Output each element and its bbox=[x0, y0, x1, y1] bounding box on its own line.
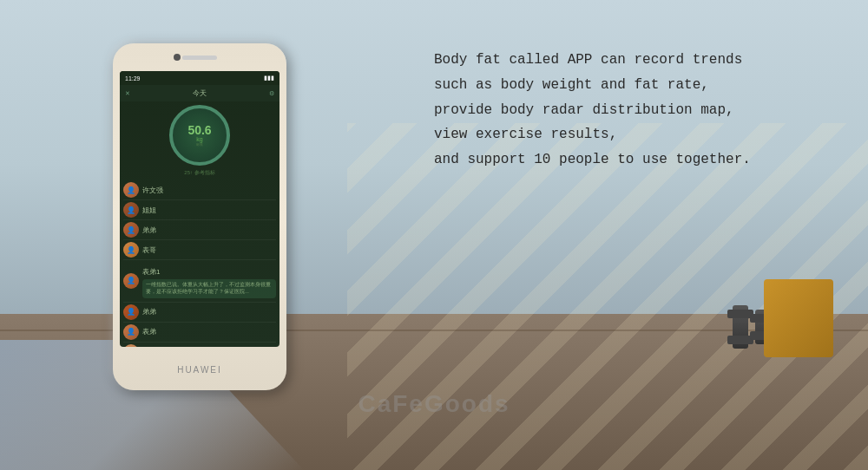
list-item: 👤 表哥 bbox=[123, 240, 276, 260]
user-name: 弟弟 bbox=[142, 225, 276, 235]
list-item: 👤 姐姐 bbox=[123, 200, 276, 220]
list-item: 👤 表弟 bbox=[123, 323, 276, 343]
weight-value: 50.6 bbox=[187, 124, 211, 136]
phone-speaker bbox=[182, 55, 217, 60]
avatar: 👤 bbox=[123, 182, 139, 198]
message-area: 表弟1 一维指数已说。体重从大幅上升了，不过监测本身很重要，是不应该拒绝学习手才… bbox=[142, 262, 276, 300]
mini-stat: 25↑ 参考指标 bbox=[120, 169, 279, 177]
settings-icon: ⚙ bbox=[269, 90, 274, 97]
user-name: 表弟1 bbox=[142, 268, 160, 276]
phone-screen: 11:29 ▮▮▮ ✕ 今天 ⚙ 50.6 kg 标准 25↑ 参考 bbox=[120, 71, 279, 347]
user-name: 姐姐 bbox=[142, 206, 276, 215]
user-name: 许文强 bbox=[142, 186, 276, 195]
user-name: 弟弟 bbox=[142, 307, 276, 317]
wood-block bbox=[764, 279, 833, 357]
phone: 11:29 ▮▮▮ ✕ 今天 ⚙ 50.6 kg 标准 25↑ 参考 bbox=[113, 43, 286, 390]
header-label: 今天 bbox=[193, 88, 207, 98]
list-item: 👤 表姐 bbox=[123, 343, 276, 347]
user-list: 👤 许文强 👤 姐姐 👤 弟弟 👤 表哥 👤 bbox=[120, 179, 279, 347]
user-name: 表哥 bbox=[142, 245, 276, 255]
description-line1: Body fat called APP can record trends bbox=[434, 52, 742, 68]
message-bubble: 一维指数已说。体重从大幅上升了，不过监测本身很重要，是不应该拒绝学习手才能了？保… bbox=[142, 279, 276, 298]
description-line2: such as body weight and fat rate, bbox=[434, 77, 709, 93]
close-icon: ✕ bbox=[125, 90, 130, 97]
avatar: 👤 bbox=[123, 273, 139, 289]
avatar: 👤 bbox=[123, 202, 139, 218]
list-item: 👤 弟弟 bbox=[123, 303, 276, 323]
weight-circle: 50.6 kg 标准 bbox=[169, 105, 230, 166]
list-item: 👤 弟弟 bbox=[123, 220, 276, 240]
avatar: 👤 bbox=[123, 324, 139, 340]
description-text: Body fat called APP can record trends su… bbox=[434, 48, 816, 173]
avatar: 👤 bbox=[123, 304, 139, 320]
description-line4: view exercise results, bbox=[434, 127, 617, 142]
screen-header: ✕ 今天 ⚙ bbox=[120, 85, 279, 101]
hand-phone-container: 11:29 ▮▮▮ ✕ 今天 ⚙ 50.6 kg 标准 25↑ 参考 bbox=[87, 26, 365, 460]
phone-brand: HUAWEI bbox=[177, 365, 222, 375]
user-name: 表弟 bbox=[142, 327, 276, 336]
status-icons: ▮▮▮ bbox=[264, 75, 274, 82]
avatar: 👤 bbox=[123, 344, 139, 347]
avatar: 👤 bbox=[123, 222, 139, 238]
status-bar: 11:29 ▮▮▮ bbox=[120, 71, 279, 85]
list-item: 👤 许文强 bbox=[123, 180, 276, 200]
description-section: Body fat called APP can record trends su… bbox=[434, 48, 816, 173]
weight-sub: 标准 bbox=[193, 142, 207, 147]
weight-circle-container: 50.6 kg 标准 bbox=[120, 101, 279, 169]
dumbbell-1 bbox=[733, 305, 748, 349]
weight-unit: kg bbox=[196, 136, 202, 142]
avatar: 👤 bbox=[123, 242, 139, 258]
status-time: 11:29 bbox=[125, 75, 141, 82]
list-item: 👤 表弟1 一维指数已说。体重从大幅上升了，不过监测本身很重要，是不应该拒绝学习… bbox=[123, 260, 276, 303]
phone-camera bbox=[174, 54, 181, 61]
description-line3: provide body radar distribution map, bbox=[434, 102, 734, 118]
description-line5: and support 10 people to use together. bbox=[434, 152, 751, 167]
